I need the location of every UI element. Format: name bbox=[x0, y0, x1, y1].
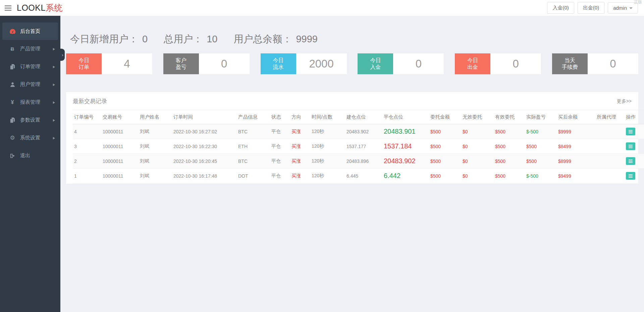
cell-name: 刘斌 bbox=[139, 154, 172, 169]
table-row: 210000011刘斌2022-10-30 16:20:45BTC平仓买涨120… bbox=[73, 154, 644, 169]
panel-title: 最新交易记录 bbox=[73, 97, 107, 105]
column-header: 平仓点位 bbox=[382, 110, 429, 124]
card-value: 2000 bbox=[296, 53, 347, 74]
cell-close: 6.442 bbox=[382, 169, 429, 183]
cell-direction: 买涨 bbox=[290, 169, 310, 183]
cell-product: ETH bbox=[237, 139, 270, 154]
order-detail-button[interactable] bbox=[626, 157, 635, 165]
card-value: 0 bbox=[490, 53, 541, 74]
stat-label: 总用户： bbox=[164, 34, 203, 44]
cell-time: 2022-10-30 16:22:30 bbox=[172, 139, 237, 154]
chevron-right-icon: ▶ bbox=[53, 65, 55, 69]
chevron-right-icon: ▶ bbox=[53, 83, 55, 86]
cell-profit: $500 bbox=[525, 154, 557, 169]
cell-id: 1 bbox=[73, 169, 101, 183]
more-link[interactable]: 更多>> bbox=[617, 98, 632, 104]
logo-text: LOOKL bbox=[17, 3, 46, 12]
cell-direction: 买涨 bbox=[290, 139, 310, 154]
summary-stats: 今日新增用户：0 总用户：10 用户总余额：9999 bbox=[70, 33, 638, 46]
chevron-right-icon: ▶ bbox=[53, 100, 55, 104]
cell-invalid: $0 bbox=[461, 124, 494, 139]
sidebar-item-params[interactable]: 参数设置▶ bbox=[0, 111, 60, 129]
stat-cards-row: 今日订单 4 客户盈亏 0 今日流水 2000 今日入金 0 今日出金 bbox=[66, 53, 638, 74]
order-detail-button[interactable] bbox=[626, 142, 635, 150]
card-label: 今日订单 bbox=[66, 53, 102, 74]
cell-time: 2022-10-30 16:27:02 bbox=[172, 124, 237, 139]
admin-username: admin bbox=[613, 5, 627, 11]
gears-icon: ⚙ bbox=[9, 134, 16, 141]
cell-time: 2022-10-30 16:20:45 bbox=[172, 154, 237, 169]
sidebar-item-system[interactable]: ⚙系统设置▶ bbox=[0, 129, 60, 147]
cell-entrust: $500 bbox=[429, 169, 461, 183]
list-icon bbox=[629, 161, 633, 162]
cell-duration: 120秒 bbox=[310, 169, 345, 183]
cell-profit: $-500 bbox=[525, 169, 557, 183]
sidebar-item-orders[interactable]: 订单管理▶ bbox=[0, 58, 60, 76]
cell-agent bbox=[595, 124, 625, 139]
menu-toggle-icon[interactable] bbox=[5, 5, 12, 11]
card-label: 客户盈亏 bbox=[163, 53, 199, 74]
cell-close: 20483.901 bbox=[382, 124, 429, 139]
column-header: 委托金额 bbox=[429, 110, 461, 124]
admin-dropdown[interactable]: admin bbox=[608, 2, 638, 13]
cell-agent bbox=[595, 169, 625, 183]
cell-balance: $8499 bbox=[557, 139, 595, 154]
column-header: 无效委托 bbox=[461, 110, 494, 124]
sidebar-collapse-handle[interactable]: › bbox=[60, 49, 65, 61]
stat-new-users: 今日新增用户：0 bbox=[70, 33, 148, 46]
cell-balance: $9999 bbox=[557, 124, 595, 139]
cell-account: 10000011 bbox=[101, 139, 139, 154]
cell-name: 刘斌 bbox=[139, 124, 172, 139]
cell-direction: 买涨 bbox=[290, 124, 310, 139]
sidebar-item-dashboard[interactable]: 后台首页 bbox=[2, 23, 58, 40]
card-today-orders: 今日订单 4 bbox=[66, 53, 152, 74]
sidebar-item-label: 参数设置 bbox=[20, 117, 40, 123]
stat-label: 今日新增用户： bbox=[70, 34, 138, 44]
cell-product: DOT bbox=[237, 169, 270, 183]
withdraw-button[interactable]: 出金(0) bbox=[578, 2, 604, 14]
sidebar-item-label: 报表管理 bbox=[20, 99, 40, 105]
table-header-row: 订单编号交易账号用户姓名订单时间产品信息状态方向时间/点数建仓点位平仓点位委托金… bbox=[73, 110, 644, 124]
card-value: 0 bbox=[588, 53, 638, 74]
column-header: 产品信息 bbox=[237, 110, 270, 124]
cell-agent bbox=[595, 154, 625, 169]
top-header: LOOKL系统 入金(0) 出金(0) admin 正版 bbox=[0, 0, 644, 16]
cell-action bbox=[625, 154, 644, 169]
logo-text-accent: 系统 bbox=[46, 3, 63, 12]
cell-account: 10000011 bbox=[101, 154, 139, 169]
column-header: 订单编号 bbox=[73, 110, 101, 124]
sidebar-item-users[interactable]: 用户管理▶ bbox=[0, 76, 60, 93]
order-detail-button[interactable] bbox=[626, 172, 635, 180]
cell-status: 平仓 bbox=[270, 139, 290, 154]
cell-name: 刘斌 bbox=[139, 169, 172, 183]
sidebar-item-label: 订单管理 bbox=[20, 63, 40, 70]
sidebar-item-label: 退出 bbox=[20, 152, 30, 159]
sidebar-item-label: 产品管理 bbox=[20, 46, 40, 52]
trades-table: 订单编号交易账号用户姓名订单时间产品信息状态方向时间/点数建仓点位平仓点位委托金… bbox=[73, 110, 644, 183]
user-icon bbox=[9, 82, 16, 87]
cell-entrust: $500 bbox=[429, 124, 461, 139]
column-header: 建仓点位 bbox=[345, 110, 382, 124]
table-row: 310000011刘斌2022-10-30 16:22:30ETH平仓买涨120… bbox=[73, 139, 644, 154]
list-icon bbox=[629, 131, 633, 132]
logout-icon bbox=[9, 153, 16, 158]
cell-direction: 买涨 bbox=[290, 154, 310, 169]
cell-status: 平仓 bbox=[270, 169, 290, 183]
sidebar-item-reports[interactable]: ¥报表管理▶ bbox=[0, 93, 60, 111]
cell-valid: $500 bbox=[494, 139, 525, 154]
cell-account: 10000011 bbox=[101, 169, 139, 183]
table-row: 410000011刘斌2022-10-30 16:27:02BTC平仓买涨120… bbox=[73, 124, 644, 139]
card-value: 0 bbox=[393, 53, 444, 74]
stat-total-users: 总用户：10 bbox=[164, 33, 217, 46]
sidebar-item-logout[interactable]: 退出 bbox=[0, 147, 60, 165]
cell-balance: $9499 bbox=[557, 169, 595, 183]
cell-status: 平仓 bbox=[270, 154, 290, 169]
deposit-button[interactable]: 入金(0) bbox=[547, 2, 574, 14]
bitcoin-icon: Ƀ bbox=[9, 46, 16, 52]
sidebar-item-products[interactable]: Ƀ产品管理▶ bbox=[0, 40, 60, 58]
cell-id: 2 bbox=[73, 154, 101, 169]
cell-duration: 120秒 bbox=[310, 154, 345, 169]
cell-open: 1537.177 bbox=[345, 139, 382, 154]
column-header: 有效委托 bbox=[494, 110, 525, 124]
order-detail-button[interactable] bbox=[626, 128, 635, 135]
